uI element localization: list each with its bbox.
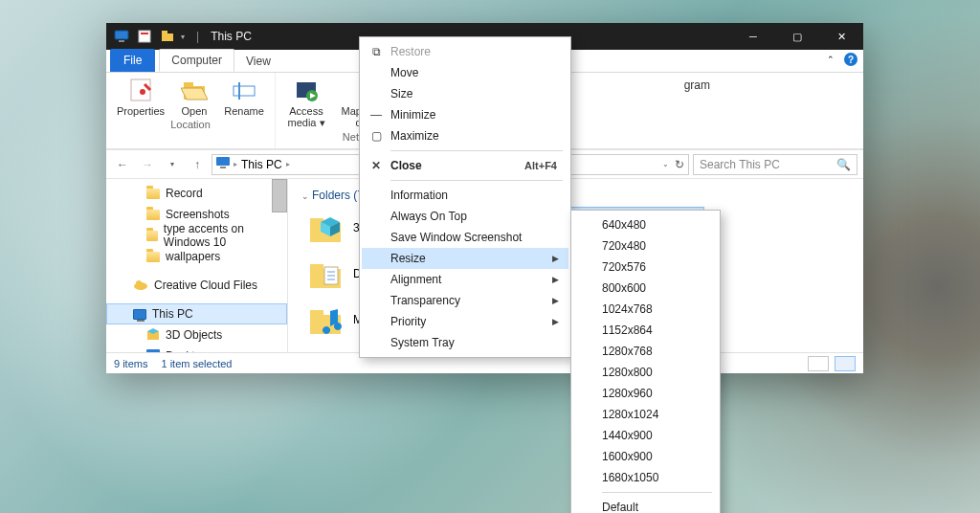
minimize-icon: — <box>369 108 383 122</box>
mi-minimize[interactable]: —Minimize <box>362 104 568 125</box>
nav-item-label: This PC <box>152 307 193 321</box>
submenu-arrow-icon: ▶ <box>552 275 559 284</box>
svg-point-7 <box>140 89 145 95</box>
nav-item-this-pc[interactable]: This PC <box>106 303 287 324</box>
svg-rect-24 <box>146 349 160 353</box>
access-media-button[interactable]: Access media ▾ <box>283 77 329 129</box>
mi-resize-1152x864[interactable]: 1152x864 <box>573 320 718 341</box>
ribbon-cutoff-text: gram <box>684 78 710 92</box>
music-icon <box>307 303 344 336</box>
mi-always-on-top[interactable]: Always On Top <box>362 206 568 227</box>
mi-maximize[interactable]: ▢Maximize <box>362 125 568 146</box>
maximize-button[interactable]: ▢ <box>775 23 819 50</box>
nav-item-record[interactable]: Record <box>106 183 287 204</box>
nav-item-type-accents-on-windows-10[interactable]: type accents on Windows 10 <box>106 225 287 246</box>
mi-resize-720x480[interactable]: 720x480 <box>573 235 718 256</box>
properties-button[interactable]: Properties <box>114 77 167 117</box>
mi-resize-800x600[interactable]: 800x600 <box>573 278 718 299</box>
collapse-ribbon-icon[interactable]: ⌃ <box>827 55 835 64</box>
close-button[interactable]: ✕ <box>819 23 863 50</box>
refresh-icon[interactable]: ↻ <box>675 158 684 171</box>
mi-resize[interactable]: Resize▶ <box>362 248 568 269</box>
mi-move[interactable]: Move <box>362 62 568 83</box>
nav-item-creative-cloud-files[interactable]: Creative Cloud Files <box>106 275 287 296</box>
mi-size[interactable]: Size <box>362 83 568 104</box>
submenu-arrow-icon: ▶ <box>552 296 559 305</box>
nav-item-label: Record <box>166 187 203 200</box>
tab-computer[interactable]: Computer <box>159 49 234 72</box>
menu-sep <box>602 492 712 493</box>
nav-item-label: Screenshots <box>166 208 230 221</box>
svg-rect-18 <box>216 157 230 166</box>
thispc-icon <box>133 309 146 320</box>
close-icon: ✕ <box>369 159 383 172</box>
mi-resize-default[interactable]: Default <box>573 497 718 513</box>
search-input[interactable]: Search This PC 🔍 <box>693 154 858 175</box>
access-media-label: Access media ▾ <box>283 105 329 129</box>
nav-item-label: type accents on Windows 10 <box>164 222 287 249</box>
qat-more-icon[interactable]: ▾ <box>181 33 185 41</box>
mi-system-tray[interactable]: System Tray <box>362 332 568 353</box>
search-placeholder: Search This PC <box>700 158 780 171</box>
svg-point-21 <box>136 280 142 286</box>
mi-resize-1280x768[interactable]: 1280x768 <box>573 341 718 362</box>
mi-resize-1280x1024[interactable]: 1280x1024 <box>573 404 718 425</box>
help-icon[interactable]: ? <box>844 53 858 66</box>
thispc-small-icon <box>216 157 230 171</box>
nav-item-3d-objects[interactable]: 3D Objects <box>106 324 287 346</box>
tab-view[interactable]: View <box>234 51 282 72</box>
mi-resize-640x480[interactable]: 640x480 <box>573 214 718 235</box>
3d-icon <box>307 212 344 244</box>
tab-file[interactable]: File <box>110 49 155 72</box>
view-tiles-button[interactable] <box>835 356 856 371</box>
minimize-button[interactable]: ─ <box>731 23 775 50</box>
mi-close[interactable]: ✕CloseAlt+F4 <box>362 155 568 176</box>
nav-fwd-button[interactable]: → <box>137 154 158 175</box>
svg-rect-37 <box>310 264 323 269</box>
mi-resize-1600x900[interactable]: 1600x900 <box>573 446 718 467</box>
breadcrumb-sep-icon[interactable]: ▸ <box>234 160 237 168</box>
view-details-button[interactable] <box>808 356 829 371</box>
vids-icon <box>307 349 344 352</box>
mi-save-screenshot[interactable]: Save Window Screenshot <box>362 227 568 248</box>
breadcrumb-sep-icon[interactable]: ▸ <box>286 160 290 168</box>
folder-icon <box>146 231 158 241</box>
open-button[interactable]: Open <box>175 77 213 117</box>
mi-resize-1680x1050[interactable]: 1680x1050 <box>573 467 718 488</box>
rename-icon <box>231 77 257 103</box>
open-label: Open <box>182 105 208 117</box>
mi-resize-1024x768[interactable]: 1024x768 <box>573 299 718 320</box>
mi-information[interactable]: Information <box>362 185 568 206</box>
mi-alignment[interactable]: Alignment▶ <box>362 269 568 290</box>
nav-up-button[interactable]: ↑ <box>187 154 208 175</box>
mi-resize-1280x800[interactable]: 1280x800 <box>573 362 718 383</box>
svg-rect-2 <box>139 31 150 42</box>
submenu-arrow-icon: ▶ <box>552 317 559 326</box>
close-shortcut: Alt+F4 <box>524 160 557 171</box>
mi-resize-1280x960[interactable]: 1280x960 <box>573 383 718 404</box>
svg-rect-19 <box>220 167 226 168</box>
nav-history-button[interactable]: ▾ <box>162 154 183 175</box>
breadcrumb-thispc[interactable]: This PC <box>241 158 282 171</box>
mi-resize-720x576[interactable]: 720x576 <box>573 256 718 278</box>
mi-transparency[interactable]: Transparency▶ <box>362 290 568 311</box>
svg-rect-10 <box>234 86 255 96</box>
mi-priority[interactable]: Priority▶ <box>362 311 568 332</box>
submenu-arrow-icon: ▶ <box>552 254 559 263</box>
mi-restore[interactable]: ⧉Restore <box>362 41 568 62</box>
rename-button[interactable]: Rename <box>221 77 267 117</box>
mi-resize-1440x900[interactable]: 1440x900 <box>573 425 718 446</box>
nav-pane[interactable]: RecordScreenshotstype accents on Windows… <box>106 179 288 352</box>
system-menu: ⧉Restore Move Size —Minimize ▢Maximize ✕… <box>359 36 571 358</box>
scrollbar-thumb[interactable] <box>272 179 287 212</box>
nav-item-label: Desktop <box>166 349 208 352</box>
nav-item-wallpapers[interactable]: wallpapers <box>106 246 287 267</box>
newfolder-qat-icon[interactable] <box>158 27 177 46</box>
nav-item-desktop[interactable]: Desktop <box>106 346 287 352</box>
properties-qat-icon[interactable] <box>135 27 154 46</box>
nav-back-button[interactable]: ← <box>112 154 133 175</box>
folder-icon <box>146 252 160 262</box>
restore-icon: ⧉ <box>369 45 383 58</box>
menu-sep <box>390 180 563 181</box>
address-dropdown-icon[interactable]: ⌄ <box>662 160 669 168</box>
